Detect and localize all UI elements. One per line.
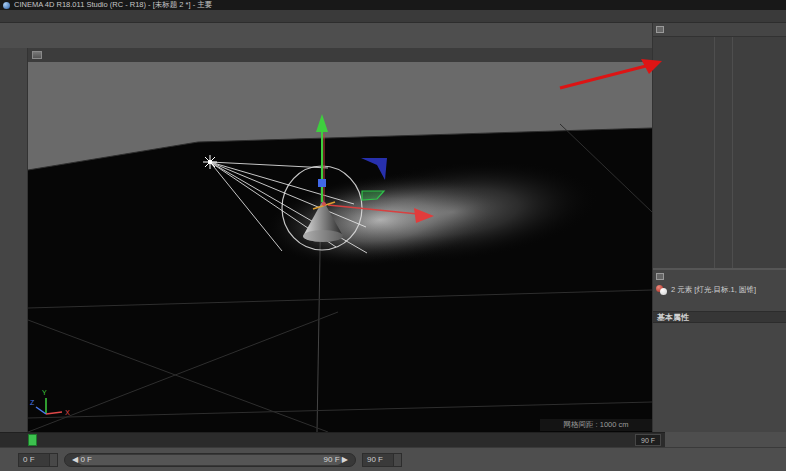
mode-toolbar xyxy=(0,48,28,432)
axis-z-label: Z xyxy=(30,399,35,406)
light-source-star[interactable] xyxy=(203,155,217,169)
viewport-3d-scene[interactable]: Y X Z xyxy=(28,62,652,432)
object-manager-tree xyxy=(653,36,786,268)
app-icon xyxy=(3,2,10,9)
multi-selection-icon xyxy=(656,285,668,295)
object-manager-menubar xyxy=(653,23,786,36)
object-origin-dot xyxy=(322,202,326,206)
column-divider xyxy=(714,37,715,268)
title-bar: CINEMA 4D R18.011 Studio (RC - R18) - [未… xyxy=(0,0,786,10)
current-frame-field[interactable]: 0 F xyxy=(18,453,58,467)
window-title: CINEMA 4D R18.011 Studio (RC - R18) - [未… xyxy=(14,0,212,10)
gizmo-z-handle[interactable] xyxy=(318,179,326,187)
current-frame-marker[interactable] xyxy=(28,434,37,446)
attribute-rows xyxy=(653,323,786,325)
preview-range-slider[interactable]: ◀ 0 F 90 F ▶ xyxy=(64,453,356,467)
transport-bar: 0 F ◀ 0 F 90 F ▶ 90 F xyxy=(0,447,786,471)
cone-base xyxy=(303,230,343,242)
column-divider xyxy=(732,37,733,268)
attribute-manager: 2 元素 [灯光.目标.1, 圆锥] 基本属性 xyxy=(653,268,786,432)
axis-y-label: Y xyxy=(42,389,47,396)
viewport-menubar xyxy=(28,48,652,62)
axis-x-label: X xyxy=(65,409,70,416)
timeline-end-field[interactable]: 90 F xyxy=(635,434,661,446)
range-start-label: ◀ 0 F xyxy=(72,455,92,464)
selection-info-text: 2 元素 [灯光.目标.1, 圆锥] xyxy=(671,285,756,295)
top-toolbar xyxy=(0,23,652,48)
object-manager-layout-icon[interactable] xyxy=(656,26,664,33)
range-end-label: 90 F ▶ xyxy=(324,455,348,464)
range-left-arrow-icon[interactable]: ◀ xyxy=(72,455,78,464)
viewport-layout-icon[interactable] xyxy=(32,51,42,59)
right-panel: 2 元素 [灯光.目标.1, 圆锥] 基本属性 xyxy=(652,23,786,432)
menu-bar xyxy=(0,10,786,23)
cinema4d-window: CINEMA 4D R18.011 Studio (RC - R18) - [未… xyxy=(0,0,786,471)
attribute-manager-layout-icon[interactable] xyxy=(656,273,664,280)
attribute-tabs xyxy=(653,297,786,311)
end-frame-field[interactable]: 90 F xyxy=(362,453,402,467)
range-right-arrow-icon[interactable]: ▶ xyxy=(342,455,348,464)
selection-info-row: 2 元素 [灯光.目标.1, 圆锥] xyxy=(653,283,786,297)
grid-spacing-label: 网格间距 : 1000 cm xyxy=(540,419,652,431)
timeline-ruler[interactable]: 90 F xyxy=(0,432,665,447)
attribute-manager-menubar xyxy=(653,270,786,283)
basic-properties-header: 基本属性 xyxy=(653,311,786,323)
viewport-panel: Y X Z 网格间距 : 1000 cm xyxy=(28,48,652,432)
